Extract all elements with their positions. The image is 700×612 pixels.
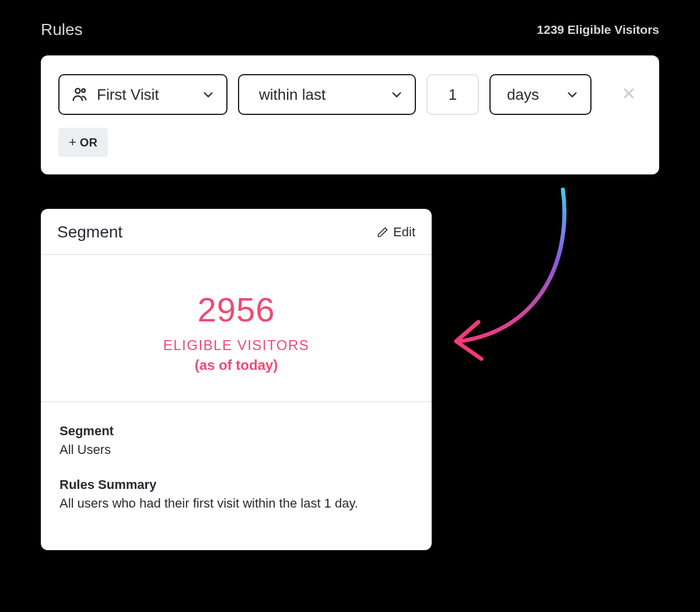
stat-value: 2956 (52, 290, 420, 329)
segment-label: Segment (60, 422, 413, 440)
edit-label: Edit (393, 225, 415, 240)
period-label: within last (259, 86, 326, 104)
edit-segment-button[interactable]: Edit (377, 225, 415, 240)
people-icon (71, 86, 89, 103)
segment-title: Segment (57, 223, 123, 242)
stat-sub: (as of today) (52, 357, 420, 373)
or-label: OR (80, 136, 97, 149)
period-select[interactable]: within last (238, 74, 416, 115)
metric-select[interactable]: First Visit (58, 74, 228, 115)
stat-label: ELIGIBLE VISITORS (52, 337, 420, 354)
value-text: 1 (449, 86, 457, 104)
segment-card: Segment Edit 2956 ELIGIBLE VISITORS (as … (41, 209, 432, 550)
segment-value: All Users (60, 440, 413, 459)
value-input[interactable]: 1 (426, 74, 479, 115)
pencil-icon (377, 226, 388, 238)
rules-summary-value: All users who had their first visit with… (60, 494, 413, 513)
unit-label: days (507, 86, 539, 104)
rules-card: First Visit within last 1 days + OR (41, 55, 659, 174)
eligible-visitors-count: 1239 Eligible Visitors (537, 23, 659, 37)
rules-summary-label: Rules Summary (60, 475, 413, 494)
unit-select[interactable]: days (489, 74, 592, 115)
page-title: Rules (41, 20, 83, 39)
metric-label: First Visit (97, 86, 159, 104)
rule-row: First Visit within last 1 days (58, 74, 642, 115)
svg-point-1 (82, 89, 85, 92)
remove-rule-button[interactable] (616, 86, 642, 103)
svg-point-0 (75, 89, 80, 93)
close-icon (622, 86, 636, 100)
plus-icon: + (69, 135, 76, 150)
chevron-down-icon (202, 88, 215, 101)
chevron-down-icon (566, 88, 579, 101)
connector-arrow (449, 187, 595, 373)
add-or-button[interactable]: + OR (58, 128, 108, 157)
chevron-down-icon (390, 88, 403, 101)
